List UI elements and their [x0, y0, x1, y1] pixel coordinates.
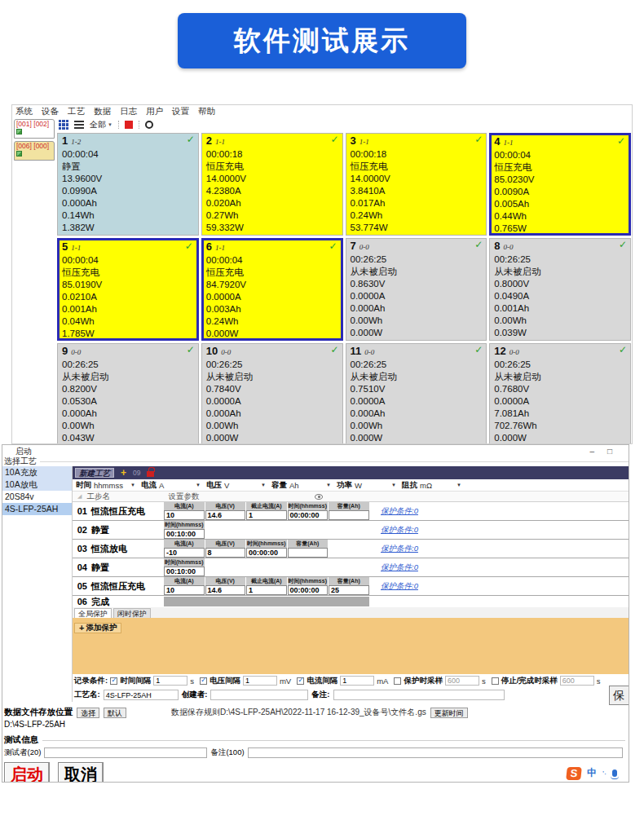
record-item-input[interactable]: 1 — [153, 676, 187, 686]
checkbox[interactable] — [110, 677, 117, 685]
note-input[interactable] — [333, 690, 505, 700]
lock-icon[interactable] — [147, 471, 154, 477]
menu-item[interactable]: 帮助 — [198, 106, 215, 117]
start-button[interactable]: 启动 — [4, 762, 50, 783]
record-item-input[interactable]: 1 — [243, 676, 277, 686]
update-time-button[interactable]: 更新时间 — [430, 708, 468, 718]
checkbox[interactable] — [200, 677, 207, 685]
param-input[interactable]: 8 — [205, 548, 246, 558]
param-input[interactable] — [329, 510, 369, 520]
tester-input[interactable] — [44, 747, 207, 758]
protect-condition-link[interactable]: 保护条件:0 — [369, 521, 459, 539]
step-name[interactable]: 恒流恒压充电 — [89, 502, 164, 520]
menu-item[interactable]: 日志 — [120, 106, 137, 117]
param-input[interactable]: 00:00:00 — [246, 548, 287, 558]
menu-item[interactable]: 用户 — [146, 106, 163, 117]
step-name[interactable]: 静置 — [89, 521, 164, 539]
channel-cell[interactable]: ✓ 7 0-0 00:26:25 从未被启动 0.8630V 0.0000A 0… — [346, 238, 487, 341]
step-name[interactable]: 恒流恒压充电 — [89, 577, 164, 595]
checkbox[interactable] — [492, 677, 499, 685]
channel-cell[interactable]: ✓ 10 0-0 00:26:25 从未被启动 0.7840V 0.0000A … — [201, 343, 343, 443]
choose-button[interactable]: 选择 — [77, 708, 99, 718]
gear-icon[interactable] — [145, 121, 153, 129]
checkbox[interactable] — [394, 677, 401, 685]
cancel-button[interactable]: 取消 — [58, 762, 104, 783]
process-name-input[interactable]: 4S-LFP-25AH — [104, 690, 179, 700]
protect-condition-link[interactable] — [369, 596, 459, 607]
add-protect-button[interactable]: + 添加保护 — [74, 623, 121, 633]
param-input[interactable]: 00:10:00 — [164, 567, 205, 576]
param-input[interactable]: -10 — [164, 548, 205, 558]
unit-selector[interactable]: 时间 hhmmss ▼ — [73, 480, 138, 491]
record-item-input[interactable]: 1 — [340, 676, 374, 686]
param-input[interactable]: 14.6 — [205, 510, 246, 520]
param-input[interactable]: 00:00:00 — [288, 585, 329, 595]
param-input[interactable]: 1 — [246, 585, 287, 595]
protect-tab[interactable]: 全局保护 — [74, 608, 112, 618]
protect-condition-link[interactable]: 保护条件:0 — [369, 558, 459, 576]
menu-item[interactable]: 数据 — [94, 106, 111, 117]
menu-item[interactable]: 设备 — [42, 106, 59, 117]
unit-selector[interactable]: 电流 A ▼ — [138, 480, 203, 491]
channel-cell[interactable]: ✓ 5 1-1 00:00:04 恒压充电 85.0190V 0.0210A 0… — [57, 238, 199, 341]
sogou-logo-icon[interactable]: S — [566, 767, 582, 780]
channel-cell[interactable]: ✓ 12 0-0 00:26:25 从未被启动 0.7680V 0.0000A … — [489, 343, 631, 443]
param-input[interactable]: 25 — [329, 585, 369, 595]
device-tab-1[interactable]: [001] [002] — [14, 119, 55, 139]
channel-cell[interactable]: ✓ 8 0-0 00:26:25 从未被启动 0.8000V 0.0490A 0… — [489, 238, 631, 341]
sort-icon[interactable]: ◢ — [77, 493, 82, 500]
grid-view-icon[interactable] — [59, 120, 68, 130]
menu-item[interactable]: 工艺 — [68, 106, 85, 117]
microphone-icon[interactable] — [612, 769, 617, 777]
device-tab-2[interactable]: [006] [000] — [14, 141, 55, 161]
channel-cell[interactable]: ✓ 11 0-0 00:26:25 从未被启动 0.7510V 0.0000A … — [346, 343, 487, 443]
plus-icon[interactable]: + — [121, 469, 126, 477]
channel-cell[interactable]: ✓ 1 1-2 00:00:04 静置 13.9600V 0.0990A 0.0… — [57, 133, 199, 236]
unit-selector[interactable]: 容量 Ah ▼ — [268, 480, 333, 491]
channel-cell[interactable]: ✓ 2 1-1 00:00:18 恒压充电 14.0000V 4.2380A 0… — [201, 133, 343, 236]
protect-condition-link[interactable]: 保护条件:0 — [369, 577, 459, 595]
param-input[interactable]: 10 — [164, 585, 205, 595]
step-name[interactable]: 静置 — [89, 558, 164, 576]
param-input[interactable] — [288, 548, 329, 558]
process-list-item[interactable]: 10A充放 — [2, 466, 72, 478]
menu-item[interactable]: 系统 — [15, 106, 33, 117]
checkbox[interactable] — [297, 677, 304, 685]
ime-lang-icon[interactable]: 中 — [587, 766, 597, 780]
param-input[interactable]: 00:00:00 — [288, 510, 329, 520]
maximize-icon[interactable]: □ — [607, 447, 612, 456]
process-list-item[interactable]: 4S-LFP-25AH — [2, 503, 72, 515]
protect-tab[interactable]: 闲时保护 — [113, 608, 151, 618]
list-view-icon[interactable] — [74, 121, 84, 129]
param-input[interactable]: 14.6 — [205, 585, 246, 595]
eye-icon[interactable] — [315, 494, 323, 500]
default-button[interactable]: 默认 — [104, 708, 126, 718]
protect-condition-link[interactable]: 保护条件:0 — [369, 540, 459, 558]
step-name[interactable]: 完成 — [89, 596, 164, 607]
unit-selector[interactable]: 功率 W ▼ — [333, 480, 399, 491]
protect-condition-link[interactable]: 保护条件:0 — [369, 502, 459, 520]
stop-icon[interactable] — [125, 121, 133, 129]
channel-cell[interactable]: ✓ 4 1-1 00:00:04 恒压充电 85.0230V 0.0090A 0… — [489, 133, 631, 236]
process-list-item[interactable]: 10A放电 — [2, 478, 72, 491]
ime-punct-icon[interactable]: ’· — [602, 769, 607, 778]
creator-input[interactable] — [210, 690, 308, 700]
unit-selector[interactable]: 阻抗 mΩ ▼ — [399, 480, 464, 491]
process-list-item[interactable]: 20S84v — [2, 491, 72, 503]
record-item-input[interactable]: 600 — [560, 676, 594, 686]
unit-selector[interactable]: 电压 V ▼ — [203, 480, 268, 491]
note100-input[interactable] — [248, 747, 623, 758]
step-name[interactable]: 恒流放电 — [89, 540, 164, 558]
new-process-button[interactable]: 新建工艺 — [75, 468, 114, 478]
param-input[interactable]: 00:10:00 — [164, 529, 205, 539]
menu-item[interactable]: 设置 — [172, 106, 189, 117]
param-input[interactable]: 1 — [246, 510, 287, 520]
channel-cell[interactable]: ✓ 6 1-1 00:00:04 恒压充电 84.7920V 0.0000A 0… — [201, 238, 343, 341]
save-button[interactable]: 保 — [609, 686, 629, 705]
param-input[interactable]: 10 — [164, 510, 205, 520]
filter-dropdown[interactable]: 全部 ▼ — [90, 119, 112, 130]
record-item-input[interactable]: 600 — [445, 676, 479, 686]
minimize-icon[interactable]: – — [589, 447, 594, 456]
channel-cell[interactable]: ✓ 9 0-0 00:26:25 从未被启动 0.8200V 0.0530A 0… — [57, 343, 199, 443]
channel-cell[interactable]: ✓ 3 1-1 00:00:18 恒压充电 14.0000V 3.8410A 0… — [346, 133, 487, 236]
